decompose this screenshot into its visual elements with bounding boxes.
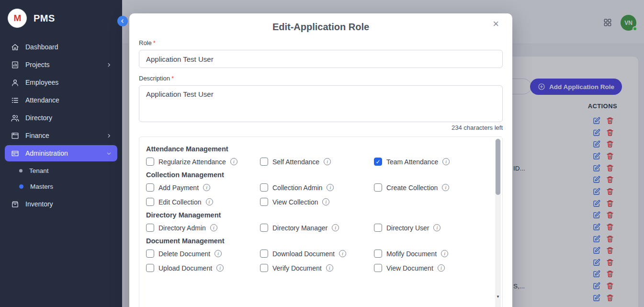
permission-item[interactable]: Create Collectioni <box>374 183 488 192</box>
scrollbar[interactable]: ▼ <box>495 138 501 307</box>
permission-grid: Directory AdminiDirectory ManageriDirect… <box>146 224 488 232</box>
info-icon[interactable]: i <box>442 158 450 165</box>
sidebar-item-employees[interactable]: Employees <box>5 74 117 91</box>
permission-item[interactable]: Self Attendancei <box>260 158 374 166</box>
info-icon[interactable]: i <box>441 250 448 257</box>
checkbox-unchecked-icon[interactable] <box>374 264 382 272</box>
checkbox-unchecked-icon[interactable] <box>260 158 268 166</box>
permission-label: Add Payment <box>158 184 199 192</box>
info-icon[interactable]: i <box>216 264 224 272</box>
sidebar-item-attendance[interactable]: Attendance <box>5 92 117 108</box>
permission-grid: Add PaymentiCollection AdminiCreate Coll… <box>146 183 488 206</box>
checkbox-unchecked-icon[interactable] <box>260 183 268 192</box>
info-icon[interactable]: i <box>203 184 210 191</box>
chevron-right-icon <box>106 62 112 68</box>
permission-group-title: Document Management <box>146 237 488 245</box>
permission-label: Create Collection <box>386 184 438 192</box>
permission-item[interactable]: Add Paymenti <box>146 183 260 192</box>
checkbox-unchecked-icon[interactable] <box>374 250 382 258</box>
permission-label: Edit Collection <box>158 198 202 206</box>
checkbox-unchecked-icon[interactable] <box>146 264 154 272</box>
sidebar-item-projects[interactable]: Projects <box>5 57 117 73</box>
permission-item[interactable]: Upload Documenti <box>146 264 260 272</box>
permission-item[interactable]: Download Documenti <box>260 250 374 258</box>
app-logo: M PMS <box>0 0 122 37</box>
permission-item[interactable]: Directory Manageri <box>260 224 374 232</box>
info-icon[interactable]: i <box>438 264 445 272</box>
sidebar-item-inventory[interactable]: Inventory <box>5 196 117 212</box>
edit-application-role-dialog: Edit-Application Role × Role* Descriptio… <box>129 13 512 307</box>
inventory-icon <box>11 200 19 208</box>
info-icon[interactable]: i <box>322 198 329 205</box>
checkbox-unchecked-icon[interactable] <box>146 198 154 206</box>
sidebar-item-label: Finance <box>25 132 100 139</box>
info-icon[interactable]: i <box>230 158 237 165</box>
checkbox-unchecked-icon[interactable] <box>374 224 382 232</box>
info-icon[interactable]: i <box>206 198 213 205</box>
permission-label: Upload Document <box>158 264 212 272</box>
permission-item[interactable]: Regularize Attendancei <box>146 158 260 166</box>
permission-groups: Attendance ManagementRegularize Attendan… <box>146 145 488 272</box>
sidebar-item-directory[interactable]: Directory <box>5 110 117 126</box>
info-icon[interactable]: i <box>326 264 333 272</box>
modal-header: Edit-Application Role × <box>139 13 503 33</box>
description-textarea[interactable]: Application Test User <box>139 85 503 122</box>
info-icon[interactable]: i <box>327 184 334 191</box>
info-icon[interactable]: i <box>332 224 339 231</box>
permission-item[interactable]: View Collectioni <box>260 198 374 206</box>
scroll-down-icon[interactable]: ▼ <box>495 295 501 299</box>
checkbox-unchecked-icon[interactable] <box>146 158 154 166</box>
sidebar-subitem-label: Masters <box>30 183 53 190</box>
checkbox-unchecked-icon[interactable] <box>374 183 382 192</box>
permissions-panel[interactable]: Attendance ManagementRegularize Attendan… <box>139 136 503 307</box>
checkbox-unchecked-icon[interactable] <box>146 250 154 258</box>
permission-item[interactable]: Verify Documenti <box>260 264 374 272</box>
info-icon[interactable]: i <box>442 184 449 191</box>
sidebar-collapse-button[interactable] <box>117 16 128 26</box>
permission-item[interactable]: Mofify Documenti <box>374 250 488 258</box>
permission-item[interactable]: View Documenti <box>374 264 488 272</box>
role-label-text: Role <box>139 39 152 46</box>
info-icon[interactable]: i <box>433 224 441 231</box>
sidebar-item-label: Inventory <box>25 200 112 208</box>
permission-label: Team Attendance <box>386 158 438 166</box>
sidebar-subitem-tenant[interactable]: Tenant <box>0 163 122 179</box>
characters-left-counter: 234 characters left <box>139 124 503 131</box>
sidebar-subitem-masters[interactable]: Masters <box>0 179 122 194</box>
sidebar-item-label: Dashboard <box>25 43 112 51</box>
permission-item[interactable]: Directory Admini <box>146 224 260 232</box>
sidebar-item-dashboard[interactable]: Dashboard <box>5 39 117 55</box>
checkbox-unchecked-icon[interactable] <box>260 224 268 232</box>
permission-item[interactable]: ✓Team Attendancei <box>374 158 488 166</box>
logo-circle-icon: M <box>8 9 27 28</box>
checkbox-unchecked-icon[interactable] <box>146 224 154 232</box>
permission-label: Directory User <box>386 224 429 232</box>
permission-item[interactable]: Directory Useri <box>374 224 488 232</box>
permission-item[interactable]: Collection Admini <box>260 183 374 192</box>
checkbox-unchecked-icon[interactable] <box>260 264 268 272</box>
description-label-text: Description <box>139 75 170 82</box>
permission-label: View Collection <box>272 198 318 206</box>
role-input[interactable] <box>139 50 503 68</box>
checkbox-unchecked-icon[interactable] <box>146 183 154 192</box>
scrollbar-thumb[interactable] <box>496 139 500 195</box>
sidebar-item-finance[interactable]: Finance <box>5 127 117 144</box>
chevron-right-icon <box>106 133 112 138</box>
info-icon[interactable]: i <box>215 250 222 257</box>
home-icon <box>11 43 19 51</box>
info-icon[interactable]: i <box>210 224 217 231</box>
close-icon[interactable]: × <box>492 18 500 30</box>
permission-label: Regularize Attendance <box>158 158 226 166</box>
permission-item[interactable]: Delete Documenti <box>146 250 260 258</box>
sidebar-item-administration[interactable]: Administration <box>5 145 117 161</box>
attendance-icon <box>11 96 19 104</box>
sidebar-item-label: Attendance <box>25 96 112 104</box>
sidebar-item-label: Administration <box>25 149 100 157</box>
checkbox-unchecked-icon[interactable] <box>260 198 268 206</box>
info-icon[interactable]: i <box>324 158 331 165</box>
checkbox-checked-icon[interactable]: ✓ <box>374 158 382 166</box>
finance-icon <box>11 131 19 140</box>
info-icon[interactable]: i <box>339 250 346 257</box>
checkbox-unchecked-icon[interactable] <box>260 250 268 258</box>
permission-item[interactable]: Edit Collectioni <box>146 198 260 206</box>
